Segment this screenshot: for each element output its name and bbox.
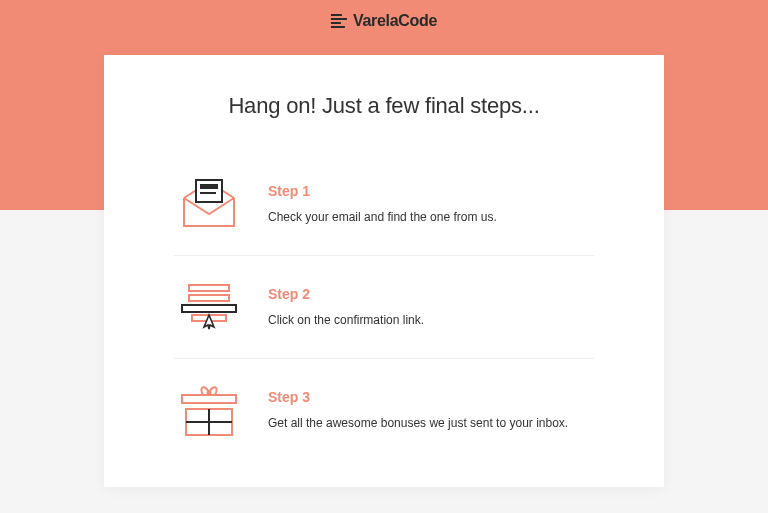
step-desc: Click on the confirmation link. (268, 312, 594, 329)
page-title: Hang on! Just a few final steps... (174, 93, 594, 119)
step-label: Step 3 (268, 389, 594, 405)
svg-rect-6 (182, 305, 236, 312)
step-label: Step 2 (268, 286, 594, 302)
step-1: Step 1 Check your email and find the one… (174, 153, 594, 256)
brand-name: VarelaCode (353, 12, 437, 30)
svg-rect-3 (189, 285, 229, 291)
step-desc: Check your email and find the one from u… (268, 209, 594, 226)
brand-logo: VarelaCode (331, 12, 437, 30)
step-2: Step 2 Click on the confirmation link. (174, 256, 594, 359)
step-desc: Get all the awesome bonuses we just sent… (268, 415, 594, 432)
brand-icon (331, 14, 347, 28)
svg-rect-0 (196, 180, 222, 202)
content-card: Hang on! Just a few final steps... Step … (104, 55, 664, 487)
envelope-icon (174, 175, 244, 233)
step-3: Step 3 Get all the awesome bonuses we ju… (174, 359, 594, 447)
svg-rect-4 (189, 295, 229, 301)
svg-rect-1 (200, 184, 218, 189)
click-link-icon (174, 278, 244, 336)
svg-point-8 (208, 392, 211, 395)
gift-icon (174, 381, 244, 439)
step-label: Step 1 (268, 183, 594, 199)
svg-rect-7 (182, 395, 236, 403)
